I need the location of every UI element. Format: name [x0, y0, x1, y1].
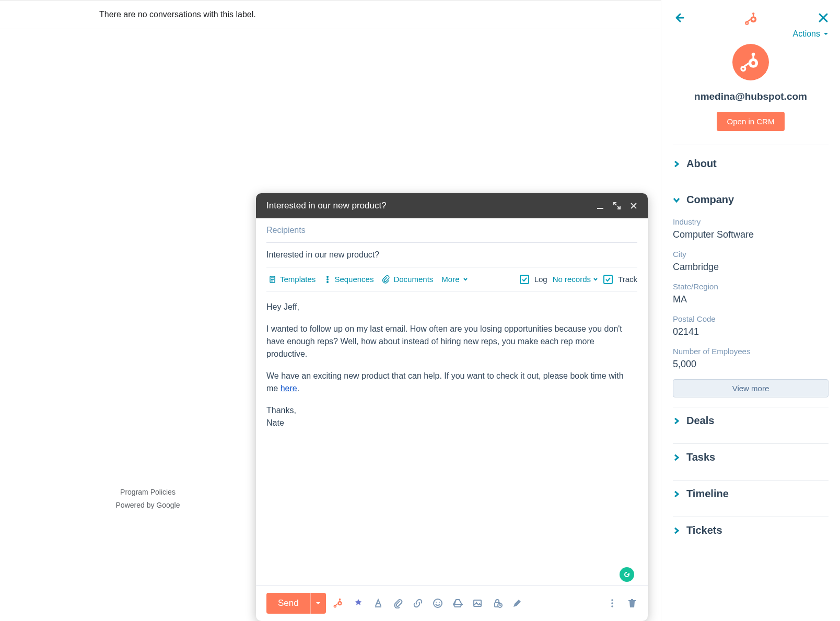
- sequences-button[interactable]: Sequences: [322, 274, 376, 285]
- svg-point-19: [611, 599, 613, 601]
- documents-button[interactable]: Documents: [380, 274, 435, 285]
- svg-point-27: [745, 22, 748, 25]
- close-icon[interactable]: [630, 202, 637, 209]
- chevron-right-icon: [673, 527, 680, 534]
- industry-value: Computer Software: [673, 229, 829, 240]
- timeline-section-header[interactable]: Timeline: [673, 481, 829, 507]
- contact-email: nmedina@hubspot.com: [673, 91, 829, 102]
- log-label: Log: [534, 275, 547, 284]
- svg-point-4: [326, 281, 329, 283]
- more-options-icon[interactable]: [607, 598, 617, 608]
- grammarly-icon[interactable]: [620, 567, 634, 582]
- signature-pen-icon[interactable]: [512, 598, 522, 608]
- drive-icon[interactable]: [452, 598, 463, 608]
- back-arrow-icon[interactable]: [673, 11, 685, 26]
- inbox-empty-text: There are no conversations with this lab…: [99, 10, 256, 19]
- compose-header[interactable]: Interested in our new product?: [256, 193, 648, 218]
- log-records-dropdown[interactable]: No records: [553, 275, 598, 284]
- message-body[interactable]: Hey Jeff, I wanted to follow up on my la…: [266, 291, 637, 585]
- chevron-right-icon: [673, 160, 680, 168]
- log-checkbox[interactable]: [520, 275, 529, 284]
- tickets-section-header[interactable]: Tickets: [673, 517, 829, 544]
- chevron-right-icon: [673, 454, 680, 461]
- svg-point-14: [439, 602, 440, 603]
- subject-text: Interested in our new product?: [266, 250, 379, 259]
- svg-point-31: [752, 53, 755, 56]
- insert-image-icon[interactable]: [472, 598, 483, 608]
- postal-label: Postal Code: [673, 314, 829, 323]
- svg-point-8: [339, 599, 341, 600]
- send-button[interactable]: Send: [266, 593, 326, 614]
- actions-dropdown[interactable]: Actions: [793, 29, 829, 39]
- text-format-icon[interactable]: [373, 598, 383, 608]
- book-time-link[interactable]: here: [281, 384, 297, 393]
- hubspot-toolbar: Templates Sequences Documents More Log: [266, 267, 637, 291]
- svg-point-6: [339, 602, 341, 604]
- send-options-caret[interactable]: [310, 593, 326, 614]
- chevron-down-icon: [593, 277, 598, 282]
- svg-rect-0: [597, 208, 603, 209]
- chevron-down-icon: [673, 196, 680, 204]
- state-value: MA: [673, 294, 829, 305]
- view-more-button[interactable]: View more: [673, 379, 829, 397]
- program-policies-link[interactable]: Program Policies: [116, 486, 180, 499]
- confidential-icon[interactable]: [492, 598, 503, 608]
- paragraph-1: I wanted to follow up on my last email. …: [266, 323, 637, 360]
- fullscreen-icon[interactable]: [613, 202, 621, 209]
- company-section-header[interactable]: Company: [673, 192, 829, 208]
- thanks-line: Thanks,: [266, 404, 637, 417]
- svg-point-33: [741, 67, 745, 71]
- about-section-header[interactable]: About: [673, 156, 829, 172]
- track-checkbox[interactable]: [603, 275, 613, 284]
- employees-value: 5,000: [673, 359, 829, 370]
- hubspot-sprocket-icon[interactable]: [333, 598, 344, 608]
- chevron-down-icon: [463, 277, 468, 282]
- templates-icon: [269, 275, 277, 284]
- hubspot-logo-icon: [685, 12, 818, 26]
- meeting-icon[interactable]: [353, 598, 364, 608]
- svg-point-10: [334, 605, 336, 607]
- open-in-crm-button[interactable]: Open in CRM: [717, 112, 785, 131]
- deals-section-header[interactable]: Deals: [673, 407, 829, 434]
- minimize-icon[interactable]: [597, 202, 604, 209]
- compose-title: Interested in our new product?: [266, 201, 387, 211]
- chevron-right-icon: [673, 417, 680, 425]
- emoji-icon[interactable]: [433, 598, 443, 608]
- svg-point-12: [434, 599, 442, 607]
- svg-point-3: [326, 278, 329, 280]
- insert-link-icon[interactable]: [413, 598, 423, 608]
- svg-point-20: [611, 602, 613, 604]
- svg-point-2: [326, 276, 329, 278]
- more-button[interactable]: More: [439, 274, 470, 285]
- city-value: Cambridge: [673, 262, 829, 273]
- subject-field[interactable]: Interested in our new product?: [266, 243, 637, 267]
- caret-down-icon: [316, 601, 321, 606]
- tasks-section-header[interactable]: Tasks: [673, 444, 829, 471]
- svg-point-25: [752, 13, 754, 15]
- track-label: Track: [618, 275, 637, 284]
- attach-file-icon[interactable]: [393, 598, 403, 608]
- employees-label: Number of Employees: [673, 347, 829, 356]
- close-sidebar-icon[interactable]: [818, 13, 829, 25]
- templates-button[interactable]: Templates: [266, 274, 318, 285]
- inbox-empty-banner: There are no conversations with this lab…: [0, 0, 661, 29]
- hubspot-sidebar: Actions nmedina@hubspot.com Open in CRM …: [661, 0, 840, 621]
- contact-avatar: [732, 44, 769, 80]
- recipients-field[interactable]: Recipients: [266, 218, 637, 243]
- postal-value: 02141: [673, 326, 829, 337]
- compose-footer: Send: [256, 585, 648, 621]
- attachment-icon: [382, 275, 390, 284]
- discard-draft-icon[interactable]: [627, 598, 637, 608]
- powered-by-google: Powered by Google: [116, 499, 180, 512]
- gmail-footer: Program Policies Powered by Google: [116, 486, 180, 512]
- recipients-placeholder: Recipients: [266, 226, 306, 235]
- state-label: State/Region: [673, 282, 829, 291]
- svg-point-13: [436, 602, 437, 603]
- svg-rect-11: [375, 606, 381, 607]
- industry-label: Industry: [673, 217, 829, 226]
- svg-point-23: [752, 18, 755, 21]
- sequences-icon: [324, 275, 331, 284]
- svg-point-29: [751, 61, 755, 65]
- signature: Nate: [266, 417, 637, 429]
- city-label: City: [673, 250, 829, 259]
